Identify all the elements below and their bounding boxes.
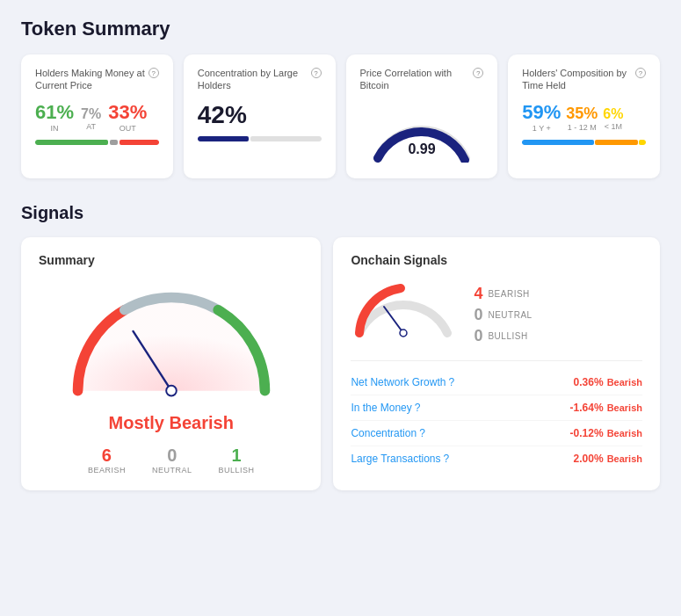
signal-help-1[interactable]: ? [415,402,421,414]
signals-row: Summary [21,237,660,490]
signal-val-1: -1.64% Bearish [570,402,642,414]
signal-val-3: 2.00% Bearish [574,453,642,465]
price-correlation-title: Price Correlation with Bitcoin ? [360,67,484,92]
onchain-counts: 4 BEARISH 0 NEUTRAL 0 BULLISH [474,276,532,348]
mini-gauge-svg [351,276,456,342]
cards-row: Holders Making Money at Current Price ? … [21,54,660,178]
bar-green-seg [35,140,108,145]
svg-line-3 [384,307,403,333]
signal-value-1: -1.64% [570,402,604,414]
signal-badge-2: Bearish [607,428,642,438]
signal-help-3[interactable]: ? [443,453,449,465]
in-pct-value: 61% [35,101,74,124]
onchain-bullish-label: BULLISH [488,331,527,341]
signal-name-2[interactable]: Concentration ? [351,427,424,439]
signal-row-3: Large Transactions ? 2.00% Bearish [351,446,642,471]
signal-row-2: Concentration ? -0.12% Bearish [351,421,642,446]
comp-blue-seg [522,140,594,145]
concentration-value: 42% [198,101,322,129]
bullish-count: 1 [218,446,254,466]
onchain-card: Onchain Signals 4 [333,237,660,490]
at-pct-value: 7% [81,106,101,122]
price-correlation-help-icon[interactable]: ? [473,68,483,78]
summary-gauge-wrap [39,276,303,408]
onchain-bearish-label: BEARISH [488,289,529,299]
signal-name-0[interactable]: Net Network Growth ? [351,376,454,388]
signal-value-0: 0.36% [574,376,604,388]
mini-gauge-wrap [351,276,456,345]
summary-card-title: Summary [39,253,303,267]
comp-pct1-value: 59% [522,101,561,124]
at-pct-group: 7% AT [81,106,101,131]
neutral-count: 0 [152,446,192,466]
onchain-bearish-count: 4 [474,285,482,303]
out-pct-value: 33% [108,101,147,124]
signal-badge-1: Bearish [607,402,642,413]
onchain-bearish-row: 4 BEARISH [474,285,532,303]
svg-point-2 [166,385,177,395]
concentration-bar [198,136,322,141]
neutral-count-group: 0 NEUTRAL [152,446,192,475]
bar-red-seg [120,140,159,145]
comp-pct2-value: 35% [566,105,598,123]
holders-money-card: Holders Making Money at Current Price ? … [21,54,173,178]
summary-card: Summary [21,237,321,490]
signal-val-0: 0.36% Bearish [574,376,642,388]
holders-money-bar [35,140,159,145]
conc-light-seg [250,136,321,141]
signal-value-2: -0.12% [570,427,604,439]
holders-money-title: Holders Making Money at Current Price ? [35,67,159,92]
onchain-neutral-row: 0 NEUTRAL [474,306,532,324]
neutral-label: NEUTRAL [152,466,192,475]
svg-point-4 [400,330,407,337]
concentration-help-icon[interactable]: ? [311,68,322,78]
concentration-card: Concentration by Large Holders ? 42% [184,54,336,178]
signal-badge-3: Bearish [607,453,642,464]
signal-name-1[interactable]: In the Money ? [351,402,420,414]
signal-rows: Net Network Growth ? 0.36% Bearish In th… [351,360,642,471]
comp-pct3-value: 6% [603,106,623,122]
summary-gauge-svg [57,276,286,408]
holders-composition-title: Holders' Composition by Time Held ? [522,67,646,92]
signal-row-1: In the Money ? -1.64% Bearish [351,395,642,421]
at-pct-label: AT [81,122,101,131]
page-title: Token Summary [21,18,660,40]
holders-money-help-icon[interactable]: ? [149,68,159,78]
comp-pct2-group: 35% 1 - 12 M [566,105,598,132]
bullish-label: BULLISH [218,466,254,475]
onchain-bullish-count: 0 [474,327,482,345]
onchain-neutral-count: 0 [474,306,482,324]
onchain-bullish-row: 0 BULLISH [474,327,532,345]
bearish-count-group: 6 BEARISH [88,446,126,475]
concentration-title: Concentration by Large Holders ? [198,67,322,92]
comp-pct3-group: 6% < 1M [603,106,623,131]
onchain-top: 4 BEARISH 0 NEUTRAL 0 BULLISH [351,276,642,348]
onchain-neutral-label: NEUTRAL [488,310,532,320]
bar-gray-seg [110,140,118,145]
price-correlation-gauge: 0.99 [360,101,484,163]
signal-name-3[interactable]: Large Transactions ? [351,453,449,465]
signal-help-2[interactable]: ? [419,427,425,439]
signal-val-2: -0.12% Bearish [570,427,642,439]
summary-gauge-label: Mostly Bearish [39,413,303,433]
bearish-count: 6 [88,446,126,466]
signal-value-3: 2.00% [574,453,604,465]
out-pct-group: 33% OUT [108,101,147,133]
comp-pct1-label: 1 Y + [522,124,561,133]
bearish-label: BEARISH [88,466,126,475]
comp-orange-seg [595,140,638,145]
holders-pcts: 61% IN 7% AT 33% OUT [35,101,159,133]
out-pct-label: OUT [108,124,147,133]
price-correlation-card: Price Correlation with Bitcoin ? 0.99 [346,54,498,178]
holders-composition-help-icon[interactable]: ? [635,68,646,78]
comp-pct2-label: 1 - 12 M [566,123,598,132]
comp-pct1-group: 59% 1 Y + [522,101,561,133]
onchain-card-title: Onchain Signals [351,253,642,267]
gauge-svg: 0.99 [369,101,475,163]
bullish-count-group: 1 BULLISH [218,446,254,475]
in-pct-group: 61% IN [35,101,74,133]
signals-title: Signals [21,203,660,223]
holders-comp-pcts: 59% 1 Y + 35% 1 - 12 M 6% < 1M [522,101,646,133]
signal-help-0[interactable]: ? [448,376,454,388]
comp-pct3-label: < 1M [603,122,623,131]
